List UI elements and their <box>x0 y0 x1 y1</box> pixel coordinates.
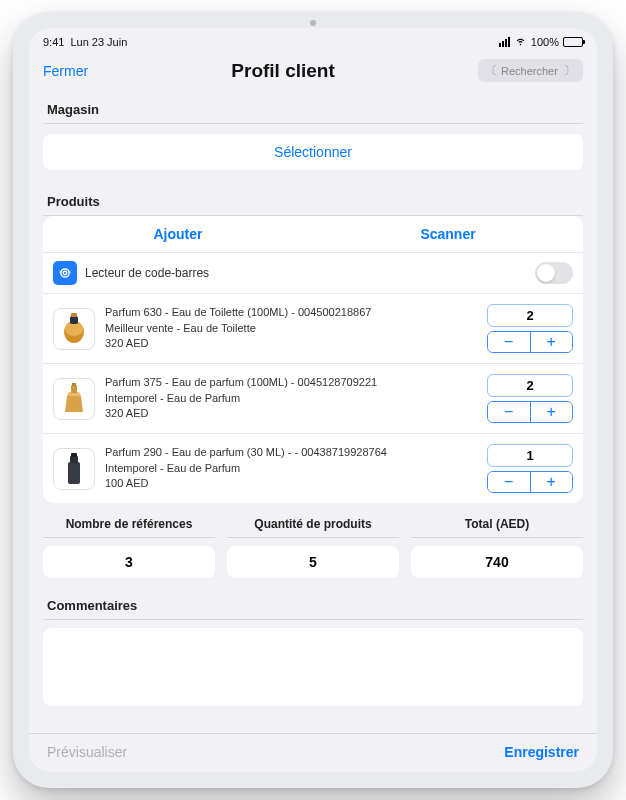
tabs: Ajouter Scanner <box>43 216 583 252</box>
svg-point-1 <box>61 269 69 277</box>
qty-controls: 2 − + <box>487 304 573 353</box>
summary-qty-label: Quantité de produits <box>227 517 399 538</box>
product-title: Parfum 375 - Eau de parfum (100ML) - 004… <box>105 375 477 390</box>
nav-bar: Fermer Profil client 〔 Rechercher 〕 <box>29 51 597 92</box>
svg-point-3 <box>65 322 83 336</box>
screen: 9:41 Lun 23 Juin 100% Fermer Profil clie… <box>29 28 597 772</box>
signal-icon <box>499 37 510 47</box>
section-produits: Produits <box>43 184 583 216</box>
qty-value: 2 <box>487 304 573 327</box>
bottom-bar: Prévisualiser Enregistrer <box>29 733 597 772</box>
svg-rect-6 <box>71 385 77 393</box>
qty-controls: 2 − + <box>487 374 573 423</box>
svg-rect-7 <box>72 383 76 386</box>
product-row: Parfum 630 - Eau de Toilette (100ML) - 0… <box>43 294 583 364</box>
summary-row: Nombre de références 3 Quantité de produ… <box>43 517 583 578</box>
svg-rect-5 <box>71 313 77 317</box>
product-info: Parfum 375 - Eau de parfum (100ML) - 004… <box>105 375 477 421</box>
section-magasin: Magasin <box>43 92 583 124</box>
qty-value: 1 <box>487 444 573 467</box>
product-sub: Intemporel - Eau de Parfum <box>105 461 477 476</box>
status-time: 9:41 <box>43 36 64 48</box>
wifi-icon <box>514 34 527 49</box>
qty-increase-button[interactable]: + <box>531 472 573 492</box>
qty-decrease-button[interactable]: − <box>488 332 531 352</box>
products-card: Ajouter Scanner Lecteur de code-barres <box>43 216 583 503</box>
product-info: Parfum 290 - Eau de parfum (30 ML) - - 0… <box>105 445 477 491</box>
barcode-icon <box>53 261 77 285</box>
summary-refs-value: 3 <box>43 546 215 578</box>
qty-value: 2 <box>487 374 573 397</box>
scanner-toggle[interactable] <box>535 262 573 284</box>
search-input[interactable]: 〔 Rechercher 〕 <box>478 59 583 82</box>
product-title: Parfum 290 - Eau de parfum (30 ML) - - 0… <box>105 445 477 460</box>
product-thumb <box>53 308 95 350</box>
content-area: Magasin Sélectionner Produits Ajouter Sc… <box>29 92 597 733</box>
svg-rect-8 <box>68 462 80 484</box>
product-sub: Intemporel - Eau de Parfum <box>105 391 477 406</box>
tablet-frame: 9:41 Lun 23 Juin 100% Fermer Profil clie… <box>13 12 613 788</box>
select-store-button[interactable]: Sélectionner <box>43 134 583 170</box>
summary-refs-label: Nombre de références <box>43 517 215 538</box>
summary-qty-value: 5 <box>227 546 399 578</box>
battery-icon <box>563 37 583 47</box>
qty-increase-button[interactable]: + <box>531 402 573 422</box>
battery-percent: 100% <box>531 36 559 48</box>
status-date: Lun 23 Juin <box>70 36 127 48</box>
qty-decrease-button[interactable]: − <box>488 472 531 492</box>
page-title: Profil client <box>231 60 334 82</box>
summary-total-value: 740 <box>411 546 583 578</box>
status-bar: 9:41 Lun 23 Juin 100% <box>29 28 597 51</box>
search-placeholder: Rechercher <box>501 65 560 77</box>
qty-increase-button[interactable]: + <box>531 332 573 352</box>
close-button[interactable]: Fermer <box>43 63 88 79</box>
section-commentaires: Commentaires <box>43 588 583 620</box>
svg-point-0 <box>63 271 67 275</box>
qty-decrease-button[interactable]: − <box>488 402 531 422</box>
product-price: 320 AED <box>105 336 477 351</box>
svg-rect-4 <box>70 316 78 324</box>
product-thumb <box>53 378 95 420</box>
scanner-label: Lecteur de code-barres <box>85 266 527 280</box>
tab-ajouter[interactable]: Ajouter <box>43 216 313 252</box>
product-row: Parfum 290 - Eau de parfum (30 ML) - - 0… <box>43 434 583 503</box>
scanner-row: Lecteur de code-barres <box>43 252 583 294</box>
bracket-right-icon: 〕 <box>564 63 575 78</box>
product-price: 320 AED <box>105 406 477 421</box>
svg-rect-10 <box>71 453 77 457</box>
product-thumb <box>53 448 95 490</box>
qty-controls: 1 − + <box>487 444 573 493</box>
product-title: Parfum 630 - Eau de Toilette (100ML) - 0… <box>105 305 477 320</box>
product-sub: Meilleur vente - Eau de Toilette <box>105 321 477 336</box>
product-row: Parfum 375 - Eau de parfum (100ML) - 004… <box>43 364 583 434</box>
svg-rect-9 <box>70 456 78 463</box>
summary-total-label: Total (AED) <box>411 517 583 538</box>
preview-button[interactable]: Prévisualiser <box>47 744 127 760</box>
save-button[interactable]: Enregistrer <box>504 744 579 760</box>
product-info: Parfum 630 - Eau de Toilette (100ML) - 0… <box>105 305 477 351</box>
bracket-left-icon: 〔 <box>486 63 497 78</box>
comments-input[interactable] <box>43 628 583 706</box>
camera-dot <box>310 20 316 26</box>
tab-scanner[interactable]: Scanner <box>313 216 583 252</box>
product-price: 100 AED <box>105 476 477 491</box>
